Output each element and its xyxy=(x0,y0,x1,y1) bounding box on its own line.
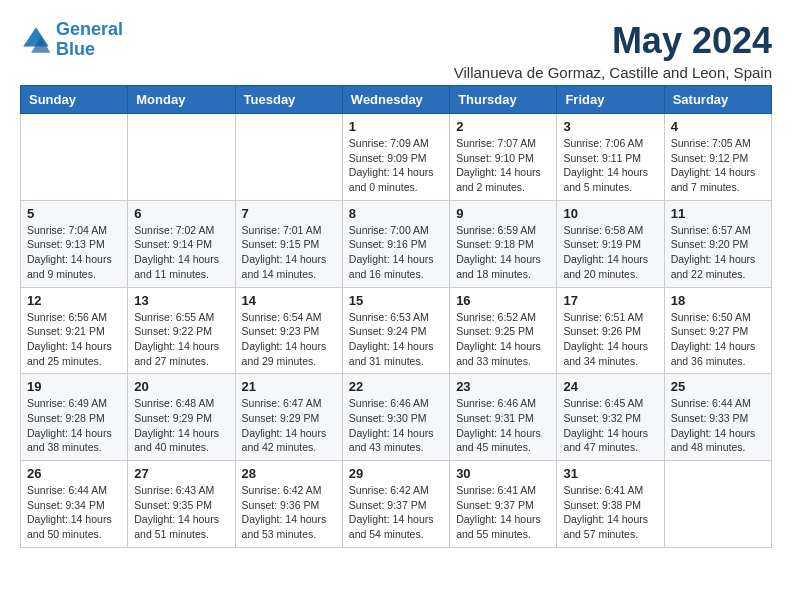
day-info: Sunrise: 6:50 AMSunset: 9:27 PMDaylight:… xyxy=(671,310,765,369)
day-info: Sunrise: 6:46 AMSunset: 9:30 PMDaylight:… xyxy=(349,396,443,455)
day-info: Sunrise: 7:09 AMSunset: 9:09 PMDaylight:… xyxy=(349,136,443,195)
day-number: 19 xyxy=(27,379,121,394)
col-header-friday: Friday xyxy=(557,86,664,114)
day-number: 2 xyxy=(456,119,550,134)
page-header: General Blue May 2024 Villanueva de Gorm… xyxy=(20,20,772,81)
day-number: 21 xyxy=(242,379,336,394)
logo-line1: General xyxy=(56,19,123,39)
calendar-cell: 26Sunrise: 6:44 AMSunset: 9:34 PMDayligh… xyxy=(21,461,128,548)
calendar-cell: 21Sunrise: 6:47 AMSunset: 9:29 PMDayligh… xyxy=(235,374,342,461)
col-header-wednesday: Wednesday xyxy=(342,86,449,114)
calendar-cell: 19Sunrise: 6:49 AMSunset: 9:28 PMDayligh… xyxy=(21,374,128,461)
day-info: Sunrise: 6:42 AMSunset: 9:37 PMDaylight:… xyxy=(349,483,443,542)
day-number: 10 xyxy=(563,206,657,221)
calendar-cell: 16Sunrise: 6:52 AMSunset: 9:25 PMDayligh… xyxy=(450,287,557,374)
day-info: Sunrise: 6:57 AMSunset: 9:20 PMDaylight:… xyxy=(671,223,765,282)
day-number: 15 xyxy=(349,293,443,308)
day-info: Sunrise: 6:46 AMSunset: 9:31 PMDaylight:… xyxy=(456,396,550,455)
calendar-cell xyxy=(664,461,771,548)
calendar-cell: 5Sunrise: 7:04 AMSunset: 9:13 PMDaylight… xyxy=(21,200,128,287)
month-title: May 2024 xyxy=(454,20,772,62)
day-number: 4 xyxy=(671,119,765,134)
day-number: 26 xyxy=(27,466,121,481)
logo-text: General Blue xyxy=(56,20,123,60)
day-info: Sunrise: 6:41 AMSunset: 9:37 PMDaylight:… xyxy=(456,483,550,542)
day-info: Sunrise: 6:47 AMSunset: 9:29 PMDaylight:… xyxy=(242,396,336,455)
day-number: 28 xyxy=(242,466,336,481)
day-number: 17 xyxy=(563,293,657,308)
calendar-header-row: SundayMondayTuesdayWednesdayThursdayFrid… xyxy=(21,86,772,114)
day-number: 20 xyxy=(134,379,228,394)
calendar-cell: 6Sunrise: 7:02 AMSunset: 9:14 PMDaylight… xyxy=(128,200,235,287)
calendar-cell: 1Sunrise: 7:09 AMSunset: 9:09 PMDaylight… xyxy=(342,114,449,201)
day-info: Sunrise: 7:04 AMSunset: 9:13 PMDaylight:… xyxy=(27,223,121,282)
day-info: Sunrise: 6:49 AMSunset: 9:28 PMDaylight:… xyxy=(27,396,121,455)
logo: General Blue xyxy=(20,20,123,60)
day-info: Sunrise: 6:53 AMSunset: 9:24 PMDaylight:… xyxy=(349,310,443,369)
calendar-cell: 15Sunrise: 6:53 AMSunset: 9:24 PMDayligh… xyxy=(342,287,449,374)
calendar-cell: 4Sunrise: 7:05 AMSunset: 9:12 PMDaylight… xyxy=(664,114,771,201)
calendar-cell: 3Sunrise: 7:06 AMSunset: 9:11 PMDaylight… xyxy=(557,114,664,201)
day-info: Sunrise: 6:42 AMSunset: 9:36 PMDaylight:… xyxy=(242,483,336,542)
calendar-cell: 30Sunrise: 6:41 AMSunset: 9:37 PMDayligh… xyxy=(450,461,557,548)
day-number: 9 xyxy=(456,206,550,221)
day-info: Sunrise: 6:52 AMSunset: 9:25 PMDaylight:… xyxy=(456,310,550,369)
day-info: Sunrise: 6:59 AMSunset: 9:18 PMDaylight:… xyxy=(456,223,550,282)
day-info: Sunrise: 7:07 AMSunset: 9:10 PMDaylight:… xyxy=(456,136,550,195)
calendar-cell xyxy=(235,114,342,201)
day-info: Sunrise: 6:51 AMSunset: 9:26 PMDaylight:… xyxy=(563,310,657,369)
calendar-week-row: 1Sunrise: 7:09 AMSunset: 9:09 PMDaylight… xyxy=(21,114,772,201)
calendar-week-row: 5Sunrise: 7:04 AMSunset: 9:13 PMDaylight… xyxy=(21,200,772,287)
logo-icon xyxy=(20,24,52,56)
day-number: 27 xyxy=(134,466,228,481)
title-block: May 2024 Villanueva de Gormaz, Castille … xyxy=(454,20,772,81)
day-number: 31 xyxy=(563,466,657,481)
calendar-cell: 7Sunrise: 7:01 AMSunset: 9:15 PMDaylight… xyxy=(235,200,342,287)
day-info: Sunrise: 6:44 AMSunset: 9:33 PMDaylight:… xyxy=(671,396,765,455)
calendar-cell xyxy=(21,114,128,201)
day-info: Sunrise: 7:01 AMSunset: 9:15 PMDaylight:… xyxy=(242,223,336,282)
svg-marker-0 xyxy=(23,27,49,46)
day-number: 13 xyxy=(134,293,228,308)
day-info: Sunrise: 7:06 AMSunset: 9:11 PMDaylight:… xyxy=(563,136,657,195)
day-info: Sunrise: 6:55 AMSunset: 9:22 PMDaylight:… xyxy=(134,310,228,369)
day-number: 3 xyxy=(563,119,657,134)
day-number: 11 xyxy=(671,206,765,221)
calendar-week-row: 26Sunrise: 6:44 AMSunset: 9:34 PMDayligh… xyxy=(21,461,772,548)
day-number: 5 xyxy=(27,206,121,221)
day-number: 12 xyxy=(27,293,121,308)
day-number: 24 xyxy=(563,379,657,394)
col-header-sunday: Sunday xyxy=(21,86,128,114)
day-info: Sunrise: 6:41 AMSunset: 9:38 PMDaylight:… xyxy=(563,483,657,542)
calendar-cell: 29Sunrise: 6:42 AMSunset: 9:37 PMDayligh… xyxy=(342,461,449,548)
day-number: 22 xyxy=(349,379,443,394)
day-number: 23 xyxy=(456,379,550,394)
calendar-cell: 13Sunrise: 6:55 AMSunset: 9:22 PMDayligh… xyxy=(128,287,235,374)
calendar-cell: 12Sunrise: 6:56 AMSunset: 9:21 PMDayligh… xyxy=(21,287,128,374)
day-number: 25 xyxy=(671,379,765,394)
day-info: Sunrise: 6:58 AMSunset: 9:19 PMDaylight:… xyxy=(563,223,657,282)
calendar-cell: 24Sunrise: 6:45 AMSunset: 9:32 PMDayligh… xyxy=(557,374,664,461)
calendar-cell: 23Sunrise: 6:46 AMSunset: 9:31 PMDayligh… xyxy=(450,374,557,461)
col-header-monday: Monday xyxy=(128,86,235,114)
col-header-tuesday: Tuesday xyxy=(235,86,342,114)
day-number: 7 xyxy=(242,206,336,221)
day-info: Sunrise: 6:44 AMSunset: 9:34 PMDaylight:… xyxy=(27,483,121,542)
day-number: 16 xyxy=(456,293,550,308)
day-info: Sunrise: 6:48 AMSunset: 9:29 PMDaylight:… xyxy=(134,396,228,455)
col-header-saturday: Saturday xyxy=(664,86,771,114)
day-info: Sunrise: 6:43 AMSunset: 9:35 PMDaylight:… xyxy=(134,483,228,542)
day-info: Sunrise: 7:00 AMSunset: 9:16 PMDaylight:… xyxy=(349,223,443,282)
day-number: 14 xyxy=(242,293,336,308)
logo-line2: Blue xyxy=(56,39,95,59)
calendar-cell: 10Sunrise: 6:58 AMSunset: 9:19 PMDayligh… xyxy=(557,200,664,287)
day-number: 18 xyxy=(671,293,765,308)
day-info: Sunrise: 6:54 AMSunset: 9:23 PMDaylight:… xyxy=(242,310,336,369)
calendar-cell: 20Sunrise: 6:48 AMSunset: 9:29 PMDayligh… xyxy=(128,374,235,461)
day-number: 6 xyxy=(134,206,228,221)
calendar-cell: 11Sunrise: 6:57 AMSunset: 9:20 PMDayligh… xyxy=(664,200,771,287)
location-title: Villanueva de Gormaz, Castille and Leon,… xyxy=(454,64,772,81)
calendar-cell: 22Sunrise: 6:46 AMSunset: 9:30 PMDayligh… xyxy=(342,374,449,461)
calendar-cell: 9Sunrise: 6:59 AMSunset: 9:18 PMDaylight… xyxy=(450,200,557,287)
calendar-cell xyxy=(128,114,235,201)
